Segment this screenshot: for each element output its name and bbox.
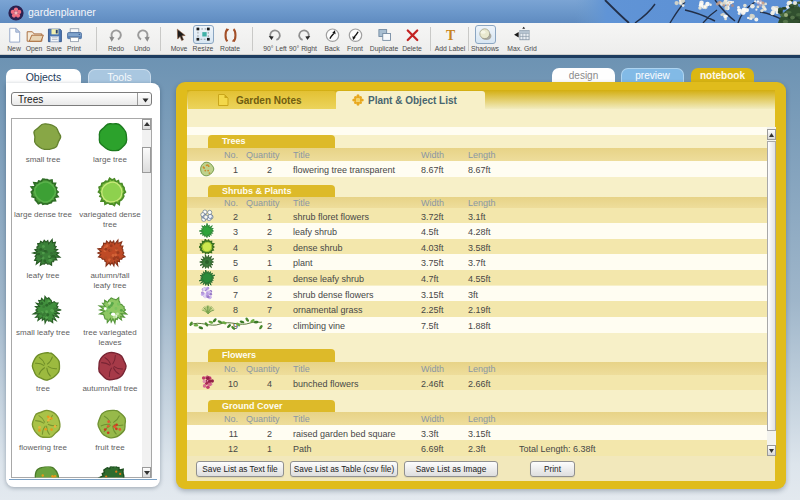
svg-text:T: T (445, 28, 454, 43)
